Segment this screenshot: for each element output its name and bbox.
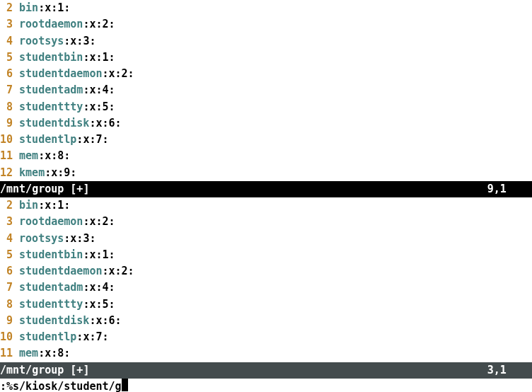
file-line: 9studentdisk:x:6:	[0, 313, 532, 329]
file-line: 8studenttty:x:5:	[0, 99, 532, 115]
line-number: 10	[0, 329, 13, 345]
file-line: 2bin:x:1:	[0, 197, 532, 214]
editor-pane-bottom[interactable]: 2bin:x:1: 3rootdaemon:x:2: 4rootsys:x:3:…	[0, 197, 532, 362]
file-line: 10studentlp:x:7:	[0, 132, 532, 148]
status-cursor-position: 9,1	[487, 181, 532, 197]
status-file-path: /mnt/group [+]	[0, 362, 89, 379]
status-file-path: /mnt/group [+]	[0, 181, 89, 197]
line-number: 5	[0, 50, 13, 66]
file-line: 3rootdaemon:x:2:	[0, 214, 532, 230]
status-cursor-position: 3,1	[487, 362, 532, 379]
file-line: 3rootdaemon:x:2:	[0, 16, 532, 33]
command-text: :%s/kiosk/student/g	[0, 379, 122, 392]
file-line: 4rootsys:x:3:	[0, 231, 532, 247]
line-number: 12	[0, 165, 13, 181]
line-number: 6	[0, 263, 13, 279]
file-line: 11mem:x:8:	[0, 345, 532, 362]
line-number: 10	[0, 132, 13, 148]
line-number: 8	[0, 296, 13, 313]
cursor-icon	[122, 379, 128, 391]
file-line: 6studentdaemon:x:2:	[0, 263, 532, 279]
line-number: 2	[0, 0, 13, 16]
line-number: 6	[0, 66, 13, 82]
line-number: 9	[0, 313, 13, 329]
command-line[interactable]: :%s/kiosk/student/g	[0, 379, 532, 392]
file-line: 4rootsys:x:3:	[0, 33, 532, 50]
line-number: 7	[0, 82, 13, 98]
file-line: 11mem:x:8:	[0, 148, 532, 164]
status-bar-active: /mnt/group [+] 9,1	[0, 181, 532, 197]
file-line: 8studenttty:x:5:	[0, 296, 532, 313]
line-number: 3	[0, 16, 13, 33]
file-line: 5studentbin:x:1:	[0, 247, 532, 263]
line-number: 4	[0, 33, 13, 50]
line-number: 3	[0, 214, 13, 230]
file-line: 6studentdaemon:x:2:	[0, 66, 532, 82]
line-number: 11	[0, 148, 13, 164]
line-number: 5	[0, 247, 13, 263]
file-line: 9studentdisk:x:6:	[0, 115, 532, 132]
file-line: 12kmem:x:9:	[0, 165, 532, 181]
file-line: 5studentbin:x:1:	[0, 50, 532, 66]
editor-pane-top[interactable]: 2bin:x:1: 3rootdaemon:x:2: 4rootsys:x:3:…	[0, 0, 532, 181]
line-number: 2	[0, 197, 13, 214]
line-number: 4	[0, 231, 13, 247]
line-number: 7	[0, 279, 13, 296]
line-number: 9	[0, 115, 13, 132]
line-number: 8	[0, 99, 13, 115]
file-line: 10studentlp:x:7:	[0, 329, 532, 345]
file-line: 7studentadm:x:4:	[0, 82, 532, 98]
line-number: 11	[0, 345, 13, 362]
file-line: 2bin:x:1:	[0, 0, 532, 16]
file-line: 7studentadm:x:4:	[0, 279, 532, 296]
status-bar-inactive: /mnt/group [+] 3,1	[0, 362, 532, 379]
